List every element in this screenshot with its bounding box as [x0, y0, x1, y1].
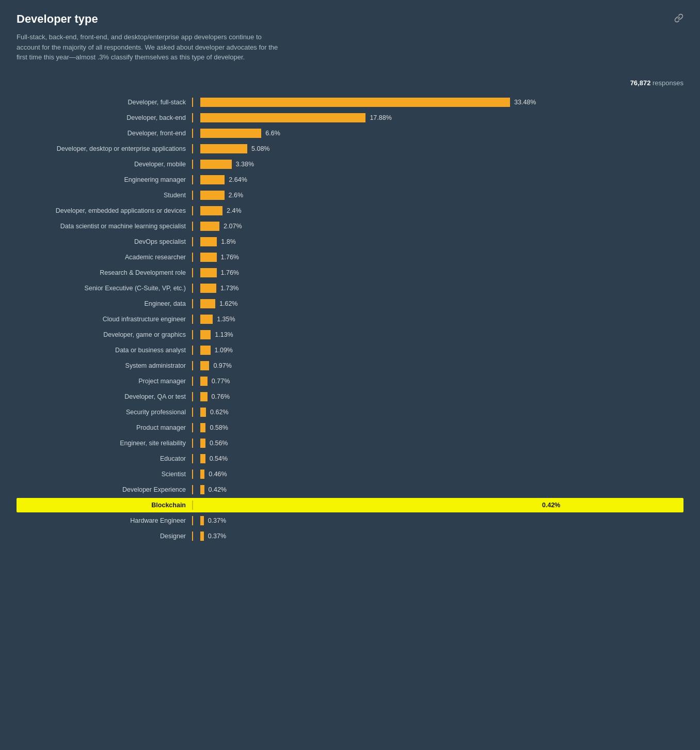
bar-fill — [200, 284, 216, 293]
bar-tick — [192, 501, 193, 510]
bar-fill — [200, 113, 365, 122]
bar-row: Blockchain0.42% — [17, 498, 683, 512]
bar-label: Student — [17, 192, 192, 199]
bar-row: Security professional0.62% — [17, 405, 683, 419]
bar-fill — [200, 346, 211, 355]
bar-fill — [200, 408, 206, 417]
bar-container: 2.64% — [192, 175, 683, 184]
bar-container: 0.42% — [192, 485, 683, 494]
bar-value: 0.97% — [213, 362, 231, 369]
bar-chart: Developer, full-stack33.48%Developer, ba… — [17, 95, 683, 543]
bar-value: 1.76% — [221, 254, 239, 261]
bar-row: Developer, back-end17.88% — [17, 111, 683, 125]
bar-value: 0.58% — [210, 424, 228, 431]
bar-label: Project manager — [17, 378, 192, 385]
bar-container: 1.62% — [192, 299, 683, 308]
bar-row: Student2.6% — [17, 188, 683, 202]
bar-container: 0.42% — [192, 501, 683, 510]
bar-tick — [192, 392, 193, 401]
bar-value: 2.64% — [229, 176, 247, 183]
bar-label: Engineer, data — [17, 300, 192, 307]
bar-tick — [192, 470, 193, 479]
link-icon[interactable] — [674, 13, 683, 25]
bar-tick — [192, 346, 193, 355]
bar-value: 0.54% — [210, 455, 228, 462]
bar-fill — [200, 206, 222, 215]
bar-value: 0.56% — [210, 440, 228, 447]
bar-value: 6.6% — [265, 130, 280, 137]
chart-section: 76,872 responses Developer, full-stack33… — [17, 79, 683, 543]
responses-count: 76,872 responses — [17, 79, 683, 87]
bar-value: 17.88% — [370, 114, 391, 121]
bar-fill — [200, 501, 538, 510]
bar-tick — [192, 454, 193, 463]
bar-label: Senior Executive (C-Suite, VP, etc.) — [17, 285, 192, 292]
bar-row: Data or business analyst1.09% — [17, 343, 683, 357]
bar-fill — [200, 222, 219, 231]
bar-row: Engineering manager2.64% — [17, 173, 683, 187]
bar-container: 1.76% — [192, 268, 683, 277]
bar-label: Developer, mobile — [17, 161, 192, 168]
bar-fill — [200, 98, 510, 107]
bar-container: 17.88% — [192, 113, 683, 122]
bar-row: Developer, game or graphics1.13% — [17, 327, 683, 342]
bar-fill — [200, 439, 205, 448]
bar-fill — [200, 377, 208, 386]
bar-value: 0.46% — [209, 471, 227, 478]
bar-label: Developer, game or graphics — [17, 331, 192, 338]
bar-label: Developer, QA or test — [17, 393, 192, 400]
bar-label: Designer — [17, 533, 192, 540]
bar-tick — [192, 330, 193, 339]
bar-container: 1.09% — [192, 346, 683, 355]
bar-value: 0.77% — [212, 378, 230, 385]
bar-row: Developer, QA or test0.76% — [17, 389, 683, 404]
bar-row: Developer, front-end6.6% — [17, 126, 683, 140]
bar-label: Developer Experience — [17, 486, 192, 493]
bar-label: Product manager — [17, 424, 192, 431]
bar-row: Academic researcher1.76% — [17, 250, 683, 264]
title-row: Developer type — [17, 12, 683, 26]
bar-fill — [200, 253, 217, 262]
bar-container: 0.76% — [192, 392, 683, 401]
bar-fill — [200, 423, 205, 432]
bar-label: DevOps specialist — [17, 238, 192, 245]
bar-tick — [192, 361, 193, 370]
bar-label: Engineer, site reliability — [17, 440, 192, 447]
bar-tick — [192, 237, 193, 246]
bar-container: 2.07% — [192, 222, 683, 231]
bar-value: 1.73% — [220, 285, 238, 292]
bar-value: 2.07% — [224, 223, 242, 230]
bar-tick — [192, 144, 193, 153]
bar-value: 0.37% — [208, 533, 226, 540]
bar-fill — [200, 392, 208, 401]
bar-label: Educator — [17, 455, 192, 462]
bar-value: 1.13% — [215, 331, 233, 338]
bar-value: 0.62% — [210, 409, 228, 416]
page-title: Developer type — [17, 12, 98, 26]
bar-label: Engineering manager — [17, 176, 192, 183]
bar-label: Research & Development role — [17, 269, 192, 276]
bar-row: Scientist0.46% — [17, 467, 683, 481]
bar-container: 1.8% — [192, 237, 683, 246]
bar-fill — [200, 470, 204, 479]
bar-row: Developer Experience0.42% — [17, 482, 683, 497]
bar-value: 3.38% — [236, 161, 254, 168]
bar-container: 3.38% — [192, 160, 683, 169]
bar-tick — [192, 222, 193, 231]
bar-row: Developer, mobile3.38% — [17, 157, 683, 171]
bar-label: System administrator — [17, 362, 192, 369]
bar-value: 1.8% — [221, 238, 236, 245]
bar-value: 1.62% — [219, 300, 237, 307]
bar-tick — [192, 129, 193, 138]
bar-container: 6.6% — [192, 129, 683, 138]
bar-label: Developer, embedded applications or devi… — [17, 207, 192, 214]
bar-row: Data scientist or machine learning speci… — [17, 219, 683, 233]
bar-label: Developer, full-stack — [17, 99, 192, 106]
bar-fill — [200, 237, 217, 246]
responses-label: responses — [653, 79, 683, 87]
bar-row: Developer, embedded applications or devi… — [17, 204, 683, 218]
bar-fill — [200, 330, 211, 339]
bar-label: Scientist — [17, 471, 192, 478]
bar-fill — [200, 191, 225, 200]
bar-value: 1.35% — [217, 316, 235, 323]
